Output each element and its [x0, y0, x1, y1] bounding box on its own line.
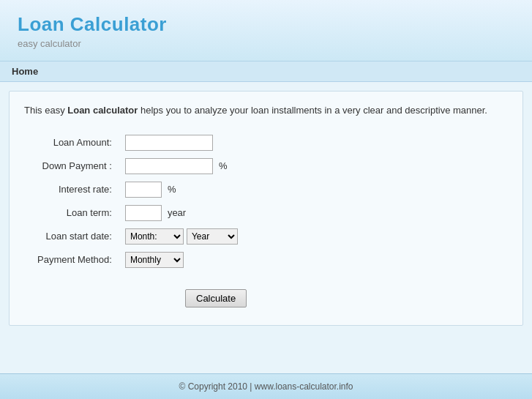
main-container: Home This easy Loan calculator helps you… [0, 61, 532, 373]
interest-rate-label: Interest rate: [31, 178, 119, 201]
month-select[interactable]: Month: January February March April May … [125, 228, 184, 245]
form-table: Loan Amount: Down Payment : % [31, 131, 244, 272]
down-payment-input[interactable] [125, 158, 213, 174]
payment-method-label: Payment Method: [31, 248, 119, 272]
loan-term-input[interactable] [125, 205, 162, 221]
interest-rate-row: Interest rate: % [31, 178, 244, 201]
loan-term-label: Loan term: [31, 201, 119, 225]
down-payment-label: Down Payment : [31, 154, 119, 178]
loan-amount-input[interactable] [125, 135, 213, 151]
loan-term-group: year [125, 205, 238, 221]
intro-before: This easy [24, 105, 67, 116]
intro-bold: Loan calculator [67, 105, 138, 116]
interest-rate-cell: % [119, 178, 244, 201]
app-title: Loan Calculator [18, 13, 514, 36]
header: Loan Calculator easy calculator [0, 0, 532, 61]
nav-bar: Home [0, 61, 532, 82]
loan-start-date-row: Loan start date: Month: January February… [31, 225, 244, 248]
footer-text: © Copyright 2010 | www.loans-calculator.… [179, 381, 353, 392]
year-unit: year [168, 207, 186, 218]
calculate-btn-container: Calculate [112, 282, 508, 307]
loan-start-date-group: Month: January February March April May … [125, 228, 238, 245]
interest-rate-input[interactable] [125, 182, 162, 198]
loan-term-row: Loan term: year [31, 201, 244, 225]
payment-method-select[interactable]: Monthly Bi-Weekly Weekly [125, 252, 184, 268]
loan-amount-label: Loan Amount: [31, 131, 119, 154]
down-payment-cell: % [119, 154, 244, 178]
loan-start-date-label: Loan start date: [31, 225, 119, 248]
intro-text: This easy Loan calculator helps you to a… [24, 103, 508, 118]
footer: © Copyright 2010 | www.loans-calculator.… [0, 373, 532, 399]
intro-after: helps you to analyze your loan installme… [138, 105, 487, 116]
interest-rate-group: % [125, 182, 238, 198]
loan-amount-cell [119, 131, 244, 154]
nav-home: Home [12, 66, 38, 77]
calculate-button[interactable]: Calculate [185, 289, 247, 307]
loan-start-date-cell: Month: January February March April May … [119, 225, 244, 248]
loan-term-cell: year [119, 201, 244, 225]
loan-form: Loan Amount: Down Payment : % [24, 131, 508, 307]
payment-method-cell: Monthly Bi-Weekly Weekly [119, 248, 244, 272]
app-subtitle: easy calculator [18, 38, 514, 49]
content-area: This easy Loan calculator helps you to a… [9, 91, 523, 326]
down-payment-group: % [125, 158, 238, 174]
percent-symbol-2: % [168, 184, 176, 195]
down-payment-row: Down Payment : % [31, 154, 244, 178]
year-select[interactable]: Year 2005 2006 2007 2008 2009 2010 2011 … [187, 228, 238, 245]
loan-amount-row: Loan Amount: [31, 131, 244, 154]
percent-symbol: % [219, 160, 228, 171]
payment-method-row: Payment Method: Monthly Bi-Weekly Weekly [31, 248, 244, 272]
